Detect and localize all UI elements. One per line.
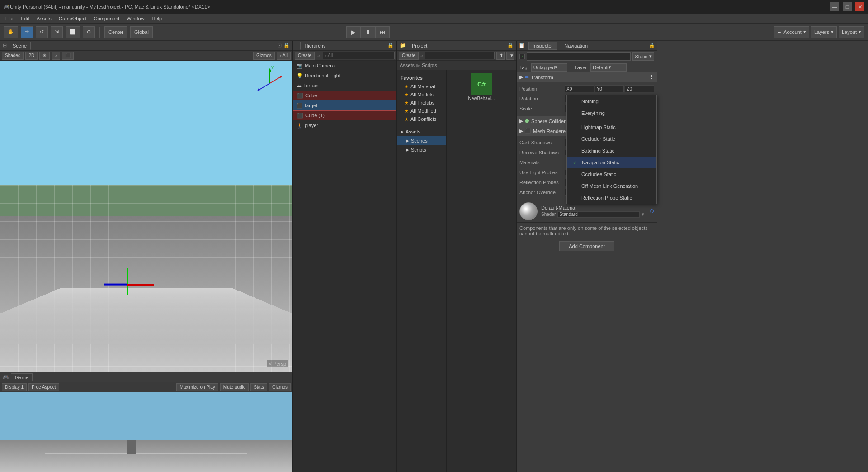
- gizmos-dropdown[interactable]: Gizmos: [253, 52, 275, 60]
- layer-dropdown[interactable]: Default ▾: [590, 63, 627, 72]
- breadcrumb-assets[interactable]: Assets: [400, 62, 415, 68]
- project-create-btn[interactable]: Create: [399, 52, 419, 60]
- tree-assets[interactable]: ▶ Assets: [397, 127, 446, 136]
- hierarchy-create-btn[interactable]: Create: [295, 52, 315, 60]
- shader-value[interactable]: Standard: [557, 211, 640, 218]
- fav-all-models[interactable]: ★ All Models: [397, 91, 446, 99]
- hand-tool-button[interactable]: ✋: [4, 26, 18, 38]
- menu-component[interactable]: Component: [90, 15, 123, 22]
- menu-window[interactable]: Window: [123, 15, 148, 22]
- fav-all-modified[interactable]: ★ All Modified: [397, 107, 446, 115]
- menu-navigation-static[interactable]: ✓ Navigation Static: [567, 157, 656, 168]
- menu-edit[interactable]: Edit: [17, 15, 33, 22]
- layers-dropdown[interactable]: Layers ▾: [811, 26, 837, 38]
- account-dropdown[interactable]: ☁ Account ▾: [774, 26, 809, 38]
- tree-scenes[interactable]: ▶ Scenes: [397, 136, 446, 145]
- play-button[interactable]: ▶: [346, 26, 361, 38]
- fav-all-prefabs[interactable]: ★ All Prefabs: [397, 99, 446, 107]
- scene-lock-icon[interactable]: 🔒: [283, 43, 290, 48]
- game-viewport[interactable]: [0, 392, 292, 472]
- game-tab[interactable]: Game: [11, 373, 33, 381]
- hierarchy-search-input[interactable]: [323, 52, 395, 59]
- tag-dropdown[interactable]: Untagged ▾: [531, 63, 567, 72]
- transform-menu-icon[interactable]: ⋮: [649, 74, 654, 80]
- menu-batching-static[interactable]: Batching Static: [567, 145, 656, 157]
- offmesh-label: Off Mesh Link Generation: [581, 183, 638, 189]
- display-dropdown[interactable]: Display 1: [2, 383, 27, 391]
- light-icon: 💡: [297, 73, 303, 79]
- audio-btn[interactable]: ♪: [52, 52, 60, 60]
- menu-gameobject[interactable]: GameObject: [55, 15, 90, 22]
- menu-occluder-static[interactable]: Occluder Static: [567, 133, 656, 145]
- menu-occludee-static[interactable]: Occludee Static: [567, 168, 656, 180]
- move-tool-button[interactable]: ✛: [21, 26, 33, 38]
- rotate-tool-button[interactable]: ↺: [36, 26, 48, 38]
- add-component-button[interactable]: Add Component: [559, 241, 614, 251]
- effects-btn[interactable]: ⬛: [62, 52, 74, 60]
- tree-scripts[interactable]: ▶ Scripts: [397, 145, 446, 154]
- scene-search[interactable]: ⌕All: [277, 52, 291, 60]
- rect-tool-button[interactable]: ⬜: [66, 26, 80, 38]
- close-button[interactable]: ✕: [855, 2, 864, 11]
- static-dropdown[interactable]: Static ▾: [632, 52, 654, 61]
- stats-btn[interactable]: Stats: [250, 383, 267, 391]
- project-tab[interactable]: Project: [408, 42, 431, 50]
- pause-button[interactable]: ⏸: [361, 26, 375, 38]
- 2d-toggle[interactable]: 2D: [25, 52, 38, 60]
- menu-file[interactable]: File: [2, 15, 17, 22]
- menu-nothing[interactable]: Nothing: [567, 95, 656, 107]
- project-sort-btn[interactable]: ⬆: [496, 52, 505, 60]
- light-probes-label: Use Light Probes: [519, 170, 565, 175]
- position-z[interactable]: Z 0: [625, 85, 654, 92]
- mute-audio-btn[interactable]: Mute audio: [220, 383, 249, 391]
- transform-component-header[interactable]: ▶ ⇔ Transform ⋮: [517, 72, 657, 82]
- hierarchy-item-terrain[interactable]: ⛰ Terrain: [293, 81, 396, 91]
- pivot-center-button[interactable]: Center: [104, 26, 127, 38]
- scene-maximize-icon[interactable]: ⊡: [278, 43, 282, 48]
- hierarchy-item-directional-light[interactable]: 💡 Directional Light: [293, 71, 396, 81]
- x-axis-arrow: [127, 284, 154, 286]
- hierarchy-item-player[interactable]: 🚶 player: [293, 120, 396, 130]
- step-button[interactable]: ⏭: [375, 26, 390, 38]
- minimize-button[interactable]: —: [830, 2, 839, 11]
- fav-all-materials[interactable]: ★ All Material: [397, 82, 446, 91]
- pivot-global-button[interactable]: Global: [130, 26, 153, 38]
- menu-reflection-probe-static[interactable]: Reflection Probe Static: [567, 192, 656, 204]
- game-gizmos-btn[interactable]: Gizmos: [269, 383, 291, 391]
- object-name-input[interactable]: [527, 52, 631, 61]
- hierarchy-tab[interactable]: Hierarchy: [300, 42, 330, 50]
- maximize-button[interactable]: □: [843, 2, 852, 11]
- inspector-lock-icon[interactable]: 🔒: [649, 43, 655, 48]
- lighting-btn[interactable]: ☀: [39, 52, 50, 60]
- fav-all-conflicts[interactable]: ★ All Conflicts: [397, 115, 446, 123]
- menu-help[interactable]: Help: [148, 15, 165, 22]
- menu-off-mesh-link[interactable]: Off Mesh Link Generation: [567, 180, 656, 192]
- breadcrumb-scripts[interactable]: Scripts: [422, 62, 437, 68]
- project-search-input[interactable]: [425, 52, 495, 59]
- inspector-tab[interactable]: Inspector: [528, 42, 557, 50]
- layout-dropdown[interactable]: Layout ▾: [839, 26, 864, 38]
- scene-viewport[interactable]: < Persp Y: [0, 61, 292, 372]
- menu-assets[interactable]: Assets: [33, 15, 55, 22]
- asset-newbehaviour[interactable]: C# NewBehavi...: [448, 72, 514, 103]
- menu-lightmap-static[interactable]: Lightmap Static: [567, 121, 656, 133]
- hierarchy-item-main-camera[interactable]: 📷 Main Camera: [293, 61, 396, 71]
- position-y[interactable]: Y 0: [595, 85, 624, 92]
- scene-tab[interactable]: Scene: [9, 42, 31, 50]
- maximize-on-play-btn[interactable]: Maximize on Play: [176, 383, 218, 391]
- hierarchy-item-target[interactable]: ⬛ target: [293, 100, 396, 110]
- scale-tool-button[interactable]: ⇲: [51, 26, 63, 38]
- hierarchy-lock-icon[interactable]: 🔒: [387, 43, 394, 48]
- menu-everything[interactable]: Everything: [567, 107, 656, 119]
- project-filter-btn[interactable]: ▼: [506, 52, 514, 60]
- hierarchy-item-cube1[interactable]: ⬛ Cube (1): [293, 110, 396, 120]
- universal-tool-button[interactable]: ⊕: [83, 26, 95, 38]
- project-lock-icon[interactable]: 🔒: [507, 43, 514, 48]
- navigation-tab[interactable]: Navigation: [561, 42, 591, 49]
- object-enabled-checkbox[interactable]: ✓: [519, 54, 525, 59]
- position-x[interactable]: X 0: [565, 85, 594, 92]
- shading-mode-dropdown[interactable]: Shaded: [2, 52, 24, 60]
- aspect-dropdown[interactable]: Free Aspect: [28, 383, 59, 391]
- material-external-icon[interactable]: ⬡: [650, 208, 654, 214]
- hierarchy-item-cube[interactable]: ⬛ Cube: [293, 91, 396, 100]
